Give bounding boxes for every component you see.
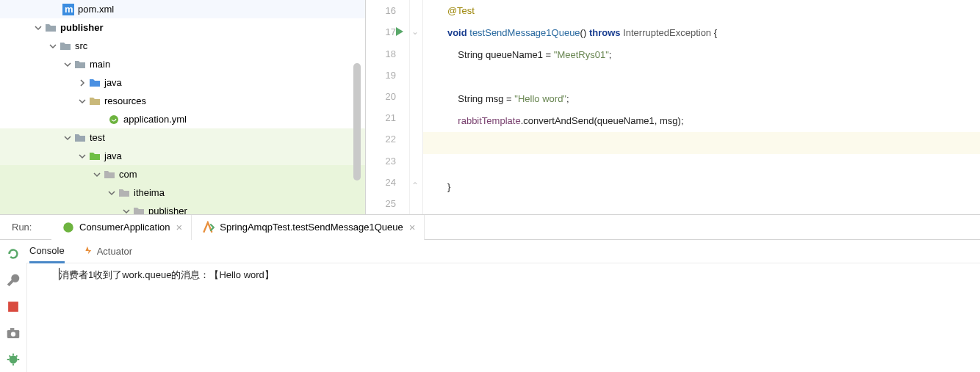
line-number: 23: [386, 156, 396, 167]
run-tab-label: ConsumerApplication: [79, 222, 170, 233]
tree-label: com: [119, 169, 137, 180]
caret-line: [423, 132, 980, 154]
actuator-tab-label: Actuator: [97, 246, 132, 257]
tree-label: main: [90, 59, 110, 70]
code-keyword: throws: [589, 27, 621, 38]
tree-node[interactable]: test: [0, 128, 365, 147]
tree-label: test: [90, 132, 105, 143]
chevron-down-icon[interactable]: [32, 22, 44, 34]
console-tab-label: Console: [29, 245, 65, 256]
tree-node[interactable]: main: [0, 55, 365, 73]
run-tab-test[interactable]: SpringAmqpTest.testSendMessage1Queue ×: [192, 215, 425, 240]
spring-boot-icon: [62, 221, 75, 234]
tree-node[interactable]: publisher: [0, 202, 365, 214]
chevron-down-icon[interactable]: [62, 132, 73, 144]
folder-icon: [73, 58, 87, 71]
code-keyword: void: [447, 27, 467, 38]
close-icon[interactable]: ×: [408, 221, 417, 233]
code-var: msg: [486, 93, 504, 104]
tree-scrollbar[interactable]: [352, 0, 362, 214]
source-folder-icon: [88, 76, 101, 90]
fold-end-icon[interactable]: ⌃: [411, 180, 419, 191]
folder-icon: [73, 131, 87, 145]
tree-node[interactable]: publisher: [0, 18, 365, 37]
folder-icon: [44, 21, 57, 34]
code-method-name: testSendMessage1Queue: [469, 27, 580, 38]
code-type: String: [458, 93, 483, 104]
line-number: 21: [386, 112, 396, 123]
console-output[interactable]: 消费者1收到了work.queue的消息：【Hello word】: [53, 263, 980, 372]
run-test-gutter-icon[interactable]: [394, 26, 406, 40]
chevron-down-icon[interactable]: [120, 205, 132, 215]
tree-node[interactable]: m pom.xml: [0, 0, 365, 18]
line-number: 24: [386, 177, 396, 188]
chevron-down-icon[interactable]: [62, 59, 73, 70]
close-icon[interactable]: ×: [175, 221, 184, 233]
tree-node[interactable]: resources: [0, 92, 365, 110]
package-icon: [132, 205, 145, 215]
svg-rect-7: [10, 328, 15, 330]
console-line: 消费者1收到了work.queue的消息：【Hello word】: [60, 269, 274, 280]
line-number: 18: [386, 48, 396, 59]
debug-icon[interactable]: [5, 351, 21, 368]
rerun-icon[interactable]: [5, 246, 21, 262]
editor-fold-column[interactable]: ⌄ ⌃: [410, 0, 423, 214]
svg-point-6: [11, 332, 15, 336]
line-number: 19: [386, 70, 396, 81]
chevron-down-icon[interactable]: [76, 150, 88, 162]
test-folder-icon: [88, 150, 101, 163]
svg-text:m: m: [65, 4, 73, 15]
camera-icon[interactable]: [5, 325, 21, 341]
run-label: Run:: [0, 222, 51, 233]
actuator-icon: [82, 245, 93, 258]
chevron-right-icon[interactable]: [76, 77, 88, 89]
tree-node[interactable]: com: [0, 165, 365, 183]
code-arg: msg: [660, 115, 678, 126]
svg-point-3: [63, 222, 73, 233]
svg-rect-4: [8, 302, 18, 312]
test-run-icon: [202, 221, 215, 234]
tree-label: resources: [104, 95, 146, 106]
tree-label: itheima: [134, 187, 165, 198]
tree-node[interactable]: java: [0, 147, 365, 165]
project-tree[interactable]: m pom.xml publisher src: [0, 0, 366, 214]
code-annotation: @Test: [447, 5, 475, 16]
run-tab-consumer[interactable]: ConsumerApplication ×: [51, 215, 192, 240]
tree-node[interactable]: java: [0, 73, 365, 92]
package-icon: [103, 168, 116, 181]
tree-label: publisher: [148, 205, 187, 214]
actuator-tab[interactable]: Actuator: [82, 240, 132, 263]
code-method: convertAndSend: [523, 115, 594, 126]
code-editor[interactable]: @Test void testSendMessage1Queue() throw…: [423, 0, 980, 214]
code-var: queueName1: [486, 49, 543, 60]
code-class: InterruptedException: [623, 27, 711, 38]
console-toolbar: [26, 263, 53, 372]
console-sub-tabs: Console Actuator: [26, 240, 980, 263]
tree-label: java: [104, 150, 122, 161]
run-tab-label: SpringAmqpTest.testSendMessage1Queue: [220, 222, 403, 233]
code-arg: queueName1: [597, 115, 655, 126]
tree-node[interactable]: itheima: [0, 183, 365, 202]
line-number: 22: [386, 134, 396, 145]
chevron-down-icon[interactable]: [47, 40, 59, 52]
wrench-icon[interactable]: [5, 272, 21, 288]
chevron-down-icon[interactable]: [76, 95, 88, 107]
code-field: rabbitTemplate: [458, 115, 520, 126]
tree-label: application.yml: [123, 114, 187, 125]
line-number: 25: [386, 198, 396, 209]
fold-start-icon[interactable]: ⌄: [411, 26, 419, 37]
chevron-down-icon[interactable]: [91, 169, 103, 180]
run-panel: Run: ConsumerApplication × SpringAmqpTes…: [0, 215, 980, 372]
tree-node[interactable]: application.yml: [0, 110, 365, 128]
tree-node[interactable]: src: [0, 37, 365, 55]
console-tab[interactable]: Console: [29, 240, 65, 263]
editor-gutter[interactable]: 16 17 18 19 20 21 22 23 24 25: [366, 0, 410, 214]
run-left-toolbar: [0, 240, 26, 372]
chevron-down-icon[interactable]: [106, 187, 118, 199]
tree-label: publisher: [60, 22, 104, 33]
code-string: "MeetRys01": [554, 49, 609, 60]
tree-label: src: [75, 40, 87, 51]
line-number: 20: [386, 91, 396, 102]
stop-icon[interactable]: [5, 299, 21, 315]
resources-folder-icon: [88, 95, 101, 108]
